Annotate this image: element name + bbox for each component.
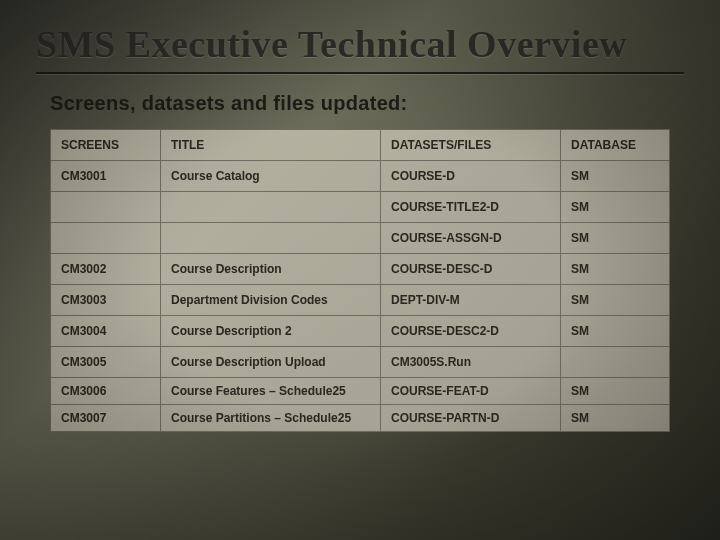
- table-header-row: SCREENS TITLE DATASETS/FILES DATABASE: [51, 130, 670, 161]
- section-subtitle: Screens, datasets and files updated:: [50, 92, 684, 115]
- page-title: SMS Executive Technical Overview: [36, 22, 684, 66]
- cell-screen: CM3004: [51, 316, 161, 347]
- cell-title: Course Description 2: [161, 316, 381, 347]
- col-screens: SCREENS: [51, 130, 161, 161]
- col-database: DATABASE: [561, 130, 670, 161]
- title-underline: [36, 72, 684, 74]
- table-row: CM3003 Department Division Codes DEPT-DI…: [51, 285, 670, 316]
- cell-screen: CM3002: [51, 254, 161, 285]
- cell-title: Course Description: [161, 254, 381, 285]
- cell-db: SM: [561, 285, 670, 316]
- table-row: COURSE-ASSGN-D SM: [51, 223, 670, 254]
- table-row: CM3006 Course Features – Schedule25 COUR…: [51, 378, 670, 405]
- cell-title: Department Division Codes: [161, 285, 381, 316]
- cell-dataset: CM3005S.Run: [381, 347, 561, 378]
- table-row: COURSE-TITLE2-D SM: [51, 192, 670, 223]
- cell-screen: CM3006: [51, 378, 161, 405]
- cell-db: SM: [561, 378, 670, 405]
- slide: SMS Executive Technical Overview Screens…: [0, 0, 720, 540]
- cell-dataset: COURSE-TITLE2-D: [381, 192, 561, 223]
- table-container: SCREENS TITLE DATASETS/FILES DATABASE CM…: [50, 129, 670, 432]
- cell-db: SM: [561, 316, 670, 347]
- cell-screen: [51, 223, 161, 254]
- cell-title: [161, 192, 381, 223]
- cell-title: [161, 223, 381, 254]
- cell-dataset: COURSE-D: [381, 161, 561, 192]
- table-row: CM3004 Course Description 2 COURSE-DESC2…: [51, 316, 670, 347]
- cell-screen: [51, 192, 161, 223]
- cell-screen: CM3001: [51, 161, 161, 192]
- cell-db: SM: [561, 223, 670, 254]
- cell-db: SM: [561, 192, 670, 223]
- screens-table: SCREENS TITLE DATASETS/FILES DATABASE CM…: [50, 129, 670, 432]
- cell-screen: CM3007: [51, 405, 161, 432]
- cell-db: [561, 347, 670, 378]
- cell-title: Course Catalog: [161, 161, 381, 192]
- cell-db: SM: [561, 254, 670, 285]
- cell-db: SM: [561, 161, 670, 192]
- cell-screen: CM3003: [51, 285, 161, 316]
- cell-screen: CM3005: [51, 347, 161, 378]
- table-row: CM3005 Course Description Upload CM3005S…: [51, 347, 670, 378]
- cell-title: Course Description Upload: [161, 347, 381, 378]
- cell-dataset: COURSE-PARTN-D: [381, 405, 561, 432]
- cell-dataset: COURSE-FEAT-D: [381, 378, 561, 405]
- col-datasets: DATASETS/FILES: [381, 130, 561, 161]
- cell-dataset: COURSE-ASSGN-D: [381, 223, 561, 254]
- table-row: CM3007 Course Partitions – Schedule25 CO…: [51, 405, 670, 432]
- cell-db: SM: [561, 405, 670, 432]
- cell-title: Course Features – Schedule25: [161, 378, 381, 405]
- cell-dataset: COURSE-DESC2-D: [381, 316, 561, 347]
- cell-title: Course Partitions – Schedule25: [161, 405, 381, 432]
- col-title: TITLE: [161, 130, 381, 161]
- table-row: CM3001 Course Catalog COURSE-D SM: [51, 161, 670, 192]
- cell-dataset: COURSE-DESC-D: [381, 254, 561, 285]
- table-row: CM3002 Course Description COURSE-DESC-D …: [51, 254, 670, 285]
- cell-dataset: DEPT-DIV-M: [381, 285, 561, 316]
